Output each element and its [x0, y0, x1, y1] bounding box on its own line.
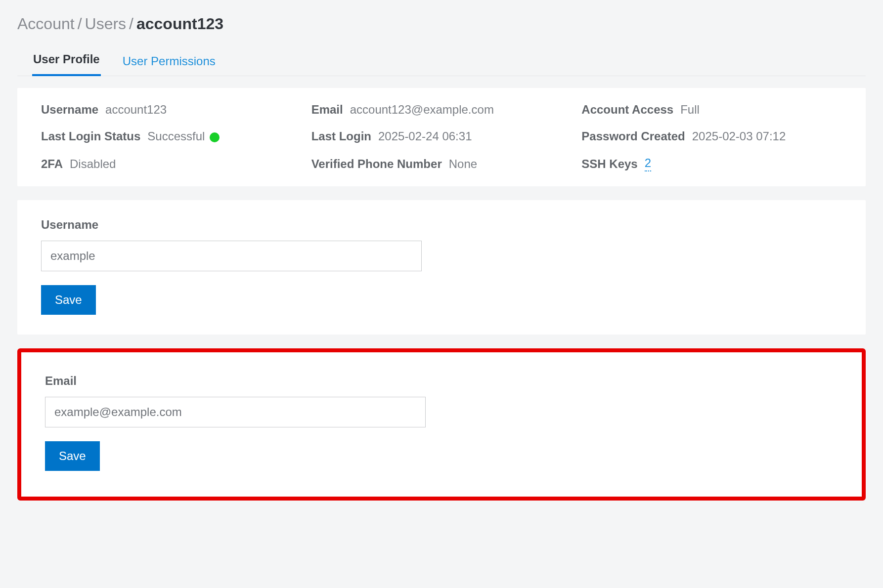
info-username-label: Username — [41, 103, 98, 117]
tabs: User Profile User Permissions — [17, 52, 866, 76]
breadcrumb-users[interactable]: Users — [85, 15, 127, 33]
tab-user-permissions[interactable]: User Permissions — [122, 54, 217, 76]
breadcrumb-separator: / — [75, 15, 85, 33]
ssh-keys-link[interactable]: 2 — [645, 156, 651, 171]
email-input[interactable] — [45, 397, 426, 427]
username-input[interactable] — [41, 241, 422, 271]
info-2fa-value: Disabled — [70, 157, 116, 171]
info-phone-value: None — [449, 157, 477, 171]
username-form-label: Username — [41, 218, 842, 232]
info-password-created-value: 2025-02-03 07:12 — [692, 129, 786, 143]
info-last-login-value: 2025-02-24 06:31 — [378, 129, 472, 143]
info-email-value: account123@example.com — [350, 103, 494, 117]
email-form-card: Email Save — [17, 348, 866, 501]
info-ssh-keys: SSH Keys 2 — [581, 156, 842, 171]
breadcrumb-separator: / — [126, 15, 136, 33]
info-username: Username account123 — [41, 103, 302, 117]
info-last-login-status-value: Successful — [147, 129, 205, 143]
info-phone: Verified Phone Number None — [311, 156, 572, 171]
email-form-label: Email — [45, 374, 838, 388]
info-ssh-label: SSH Keys — [581, 157, 637, 171]
info-2fa: 2FA Disabled — [41, 156, 302, 171]
info-last-login-status-label: Last Login Status — [41, 129, 140, 143]
info-password-created: Password Created 2025-02-03 07:12 — [581, 129, 842, 143]
info-access-label: Account Access — [581, 103, 673, 117]
tab-user-profile[interactable]: User Profile — [32, 52, 101, 76]
info-access-value: Full — [680, 103, 700, 117]
status-success-icon — [210, 132, 220, 142]
user-info-card: Username account123 Email account123@exa… — [17, 88, 866, 186]
info-phone-label: Verified Phone Number — [311, 157, 442, 171]
info-2fa-label: 2FA — [41, 157, 63, 171]
info-username-value: account123 — [105, 103, 167, 117]
breadcrumb-current: account123 — [136, 15, 223, 33]
username-form-card: Username Save — [17, 200, 866, 335]
info-password-created-label: Password Created — [581, 129, 685, 143]
email-save-button[interactable]: Save — [45, 441, 100, 471]
username-save-button[interactable]: Save — [41, 285, 96, 315]
info-email-label: Email — [311, 103, 343, 117]
breadcrumb-account[interactable]: Account — [17, 15, 75, 33]
breadcrumb: Account/Users/account123 — [17, 15, 866, 33]
info-last-login-status: Last Login Status Successful — [41, 129, 302, 143]
info-email: Email account123@example.com — [311, 103, 572, 117]
info-last-login-label: Last Login — [311, 129, 371, 143]
info-account-access: Account Access Full — [581, 103, 842, 117]
info-last-login: Last Login 2025-02-24 06:31 — [311, 129, 572, 143]
